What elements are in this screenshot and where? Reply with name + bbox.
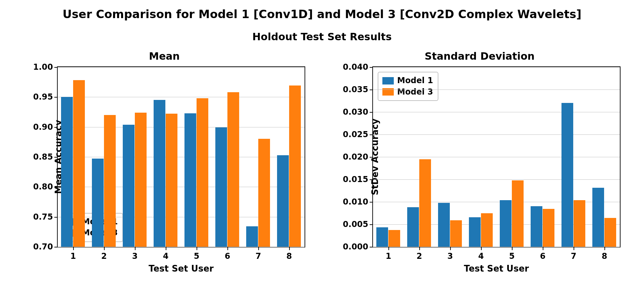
y-tick-label: 0.75	[33, 212, 53, 222]
x-tick-label: 3	[132, 251, 138, 261]
x-tick	[289, 247, 290, 250]
suptitle: User Comparison for Model 1 [Conv1D] and…	[0, 7, 644, 21]
x-tick-label: 6	[540, 251, 546, 261]
y-tick-label: 0.95	[33, 92, 53, 102]
x-tick	[73, 247, 74, 250]
x-tick	[197, 247, 197, 250]
grid-line	[373, 179, 620, 180]
bar-model3	[574, 200, 585, 247]
bar-model3	[197, 98, 208, 247]
grid-line	[373, 67, 620, 67]
legend-label-model1: Model 1	[397, 75, 433, 87]
y-tick-label: 0.025	[343, 130, 368, 139]
grid-line	[373, 157, 620, 157]
grid-line	[58, 97, 305, 97]
y-tick-label: 0.85	[33, 152, 53, 162]
bar-model3	[135, 113, 147, 247]
bar-model1	[277, 155, 289, 247]
bar-model1	[469, 217, 481, 247]
bar-model3	[450, 220, 462, 247]
x-tick-label: 5	[509, 251, 515, 261]
y-tick-label: 0.90	[33, 122, 53, 132]
bar-model3	[227, 92, 239, 247]
bar-model1	[92, 159, 104, 247]
y-tick	[370, 134, 373, 135]
x-tick	[166, 247, 166, 250]
y-tick-label: 0.020	[343, 152, 368, 162]
figure: User Comparison for Model 1 [Conv1D] and…	[0, 0, 644, 287]
x-tick-label: 8	[602, 251, 607, 261]
bar-model3	[604, 218, 616, 247]
y-tick	[370, 90, 373, 90]
y-tick	[370, 179, 373, 180]
x-tick	[135, 247, 136, 250]
bar-model3	[289, 85, 301, 247]
x-tick	[481, 247, 482, 250]
bar-model3	[73, 80, 85, 247]
y-tick-label: 0.030	[343, 107, 368, 117]
bar-model3	[388, 230, 400, 247]
y-tick	[54, 67, 58, 68]
y-tick	[370, 224, 373, 225]
y-tick	[370, 157, 373, 158]
bar-model3	[543, 209, 554, 247]
y-tick-label: 0.035	[343, 85, 368, 94]
grid-line	[58, 67, 305, 67]
y-tick	[54, 127, 58, 128]
panels-row: Mean Mean Accuracy Test Set User Model 1…	[0, 50, 644, 282]
y-tick	[370, 112, 373, 113]
x-tick-label: 5	[194, 251, 200, 261]
panel-title: Standard Deviation	[329, 50, 631, 62]
y-tick-label: 0.000	[343, 242, 368, 251]
y-tick	[370, 202, 373, 203]
x-tick-label: 2	[101, 251, 107, 261]
bar-model1	[407, 207, 419, 247]
x-tick-label: 6	[225, 251, 230, 261]
x-tick	[419, 247, 420, 250]
legend-label-model3: Model 3	[397, 87, 433, 98]
bar-model1	[561, 103, 573, 247]
plot-area-std: StDev Accuracy Test Set User Model 1 Mod…	[372, 66, 621, 247]
legend-item-model1: Model 1	[382, 75, 433, 87]
grid-line	[373, 112, 620, 112]
y-tick	[370, 67, 373, 68]
bar-model3	[512, 180, 524, 247]
x-tick-label: 1	[386, 251, 391, 261]
x-tick-label: 8	[286, 251, 292, 261]
x-tick-label: 7	[571, 251, 577, 261]
x-tick	[388, 247, 389, 250]
grid-line	[58, 127, 305, 127]
x-tick	[258, 247, 259, 250]
x-tick	[512, 247, 513, 250]
y-tick-label: 0.015	[343, 175, 368, 184]
y-tick-label: 0.70	[33, 242, 53, 251]
y-tick	[54, 217, 58, 218]
bar-model1	[531, 206, 542, 247]
x-tick-label: 7	[256, 251, 261, 261]
bar-model1	[376, 227, 388, 247]
bar-model3	[166, 114, 177, 247]
x-tick	[104, 247, 105, 250]
bar-model3	[419, 159, 431, 247]
x-tick	[543, 247, 543, 250]
x-tick-label: 4	[478, 251, 484, 261]
y-tick	[54, 187, 58, 187]
y-tick-label: 1.00	[33, 62, 53, 72]
plot-area-mean: Mean Accuracy Test Set User Model 1 Mode…	[57, 66, 305, 247]
bar-model1	[500, 200, 512, 247]
y-tick-label: 0.040	[343, 62, 368, 72]
x-tick-label: 4	[163, 251, 169, 261]
bar-model1	[215, 127, 227, 247]
y-tick-label: 0.010	[343, 197, 368, 207]
x-tick	[604, 247, 605, 250]
bar-model3	[481, 213, 493, 247]
panel-title: Mean	[13, 50, 315, 62]
bar-model1	[154, 100, 165, 247]
bar-model1	[61, 97, 73, 247]
y-tick-label: 0.80	[33, 182, 53, 191]
panel-std: Standard Deviation StDev Accuracy Test S…	[329, 50, 631, 278]
grid-line	[58, 247, 305, 247]
x-tick-label: 3	[447, 251, 453, 261]
grid-line	[373, 134, 620, 135]
grid-line	[373, 247, 620, 247]
